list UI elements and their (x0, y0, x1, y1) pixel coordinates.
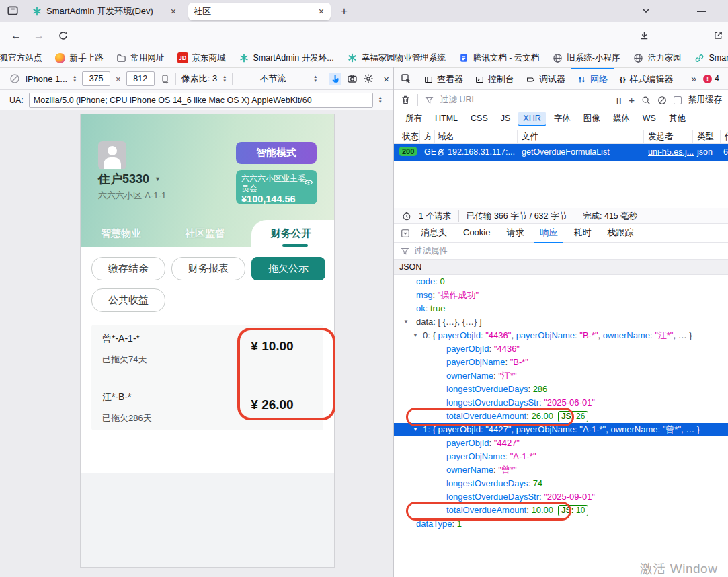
tool-tab[interactable]: 网络 (571, 68, 614, 90)
close-tab-icon[interactable]: × (169, 6, 177, 17)
column-header[interactable]: 发起者 (648, 131, 674, 143)
network-filter[interactable]: WS (638, 112, 661, 126)
detail-tab[interactable]: 耗时 (568, 223, 596, 243)
reload-button[interactable] (55, 28, 71, 44)
column-separator[interactable] (692, 130, 693, 143)
expand-arrow-icon[interactable]: ▼ (413, 423, 418, 436)
detail-tab[interactable]: 栈跟踪 (602, 223, 639, 243)
collapse-details-icon[interactable] (401, 229, 410, 238)
bookmark-item[interactable]: 新手上路 (55, 52, 104, 64)
avatar[interactable] (98, 141, 126, 169)
expand-arrow-icon[interactable]: ▼ (413, 329, 418, 342)
detail-tab[interactable]: 消息头 (415, 223, 452, 243)
close-rdm-icon[interactable]: × (379, 73, 393, 85)
minimize-button[interactable] (697, 11, 706, 12)
clear-requests-trash-icon[interactable] (401, 95, 411, 105)
tool-tab[interactable]: 控制台 (469, 68, 520, 90)
downloads-icon[interactable] (636, 28, 652, 44)
expand-arrow-icon[interactable]: ▼ (403, 315, 409, 329)
json-row[interactable]: longestOverdueDaysStr: "2025-09-01" (394, 490, 728, 504)
network-filter[interactable]: 字体 (549, 111, 575, 128)
request-initiator[interactable]: uni-h5.es.j... (648, 147, 694, 157)
new-tab-button[interactable]: + (336, 3, 352, 20)
forward-button[interactable]: → (31, 28, 47, 44)
json-row[interactable]: payerObjName: "A-1-*" (394, 450, 728, 463)
network-filter[interactable]: CSS (466, 112, 493, 126)
firefox-view-icon[interactable] (7, 5, 19, 17)
finance-button[interactable]: 财务报表 (171, 257, 245, 280)
column-separator[interactable] (419, 130, 420, 143)
smart-mode-button[interactable]: 智能模式 (236, 142, 317, 164)
json-row[interactable]: payerObjId: "4427" (394, 436, 728, 450)
device-selector[interactable]: iPhone 1... (26, 74, 67, 84)
json-row[interactable]: ownerName: "曾*" (394, 463, 728, 477)
close-tab-icon[interactable]: × (317, 6, 325, 17)
finance-button[interactable]: 拖欠公示 (251, 257, 325, 280)
screenshot-camera-icon[interactable] (347, 73, 358, 84)
bookmark-item[interactable]: 旧系统-小程序 (552, 52, 620, 64)
json-row[interactable]: payerObjName: "B-*" (394, 356, 728, 369)
disable-cache-checkbox[interactable] (674, 96, 682, 104)
json-row[interactable]: ▼1: { payerObjId: "4427", payerObjName: … (394, 423, 728, 436)
share-icon[interactable] (710, 28, 726, 44)
json-row[interactable]: ok: true (394, 302, 728, 315)
dpr-selector-arrows-icon[interactable]: ▲▼ (223, 75, 227, 83)
network-filter[interactable]: XHR (518, 112, 545, 126)
json-row[interactable]: totalOverdueAmount: 10.00JS: 10 (394, 504, 728, 517)
pause-traffic-icon[interactable]: || (616, 96, 622, 104)
json-row[interactable]: totalOverdueAmount: 26.00JS: 26 (394, 410, 728, 423)
network-filter[interactable]: 图像 (579, 111, 605, 128)
rotate-viewport-icon[interactable] (160, 74, 170, 84)
browser-tab-community[interactable]: 社区 × (188, 3, 331, 20)
column-separator[interactable] (517, 130, 518, 143)
column-header[interactable]: 传 (725, 131, 728, 143)
json-row[interactable]: code: 0 (394, 275, 728, 288)
bookmark-item[interactable]: 活力家园 (633, 52, 681, 64)
bookmark-item[interactable]: SmartAdmin 开发环... (239, 52, 334, 64)
committee-balance-card[interactable]: 六六六小区业主委员会 ¥100,144.56 (236, 170, 317, 204)
new-request-plus-icon[interactable]: + (629, 94, 635, 106)
rdm-settings-gear-icon[interactable] (363, 73, 374, 84)
column-header[interactable]: 状态 (402, 131, 419, 143)
network-filter[interactable]: 媒体 (608, 111, 635, 128)
tool-tab[interactable]: {}样式编辑器 (614, 68, 680, 90)
network-filter[interactable]: 其他 (664, 111, 690, 128)
back-button[interactable]: ← (8, 28, 24, 44)
bookmark-item[interactable]: 狐官方站点 (0, 52, 42, 64)
user-caret-down-icon[interactable]: ▼ (155, 176, 161, 182)
column-header[interactable]: 方 (424, 131, 433, 143)
json-row[interactable]: ▼0: { payerObjId: "4436", payerObjName: … (394, 329, 728, 342)
bookmark-item[interactable]: SmartAdmin 开发环... (694, 52, 728, 64)
json-row[interactable]: ▼data: [ {…}, {…} ] (394, 315, 728, 329)
viewport-width-input[interactable]: 375 (82, 71, 110, 86)
block-requests-icon[interactable] (657, 95, 667, 105)
finance-button[interactable]: 公共收益 (91, 288, 165, 312)
network-filter[interactable]: 所有 (401, 111, 427, 128)
json-row[interactable]: payerObjId: "4436" (394, 342, 728, 356)
properties-filter-input[interactable]: 过滤属性 (414, 245, 728, 257)
tool-tab[interactable]: 调试器 (520, 68, 571, 90)
viewport-height-input[interactable]: 812 (126, 71, 155, 86)
bookmark-item[interactable]: JD京东商城 (177, 52, 226, 64)
json-row[interactable]: longestOverdueDaysStr: "2025-06-01" (394, 396, 728, 410)
app-tab[interactable]: 财务公开 (271, 227, 311, 240)
finance-button[interactable]: 缴存结余 (91, 257, 165, 280)
list-all-tabs-chevron-icon[interactable] (641, 5, 651, 16)
throttle-selector[interactable]: 不节流 (238, 73, 308, 85)
element-picker-icon[interactable] (401, 73, 411, 84)
dpr-selector[interactable]: 像素比: 3 (181, 73, 217, 85)
column-separator[interactable] (720, 130, 721, 143)
filter-url-input[interactable]: 过滤 URL (440, 94, 610, 106)
column-header[interactable]: 域名 (438, 131, 454, 143)
touch-simulation-icon[interactable] (329, 73, 341, 85)
device-selector-arrows-icon[interactable]: ▲▼ (73, 75, 77, 83)
json-row[interactable]: msg: "操作成功" (394, 288, 728, 302)
detail-tab[interactable]: 请求 (501, 223, 529, 243)
network-filter[interactable]: HTML (430, 112, 462, 126)
column-header[interactable]: 类型 (697, 131, 714, 143)
browser-tab-smartadmin[interactable]: SmartAdmin 开发环境(Dev) × (27, 3, 183, 20)
json-row[interactable]: longestOverdueDays: 74 (394, 477, 728, 490)
column-separator[interactable] (434, 130, 435, 143)
more-tools-chevrons[interactable]: » (687, 73, 700, 84)
json-row[interactable]: longestOverdueDays: 286 (394, 383, 728, 396)
